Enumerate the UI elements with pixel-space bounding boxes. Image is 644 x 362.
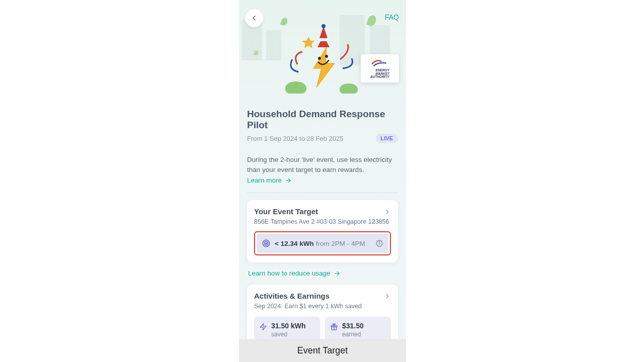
- event-target-title: Your Event Target: [254, 207, 318, 216]
- svg-marker-15: [260, 323, 266, 330]
- gift-icon: [330, 323, 338, 331]
- faq-link[interactable]: FAQ: [385, 13, 399, 21]
- reduce-usage-link[interactable]: Learn how to reduce usage: [248, 269, 341, 277]
- chevron-right-icon: [384, 208, 391, 215]
- hero-banner: FAQ: [239, 0, 406, 94]
- ema-logo-text: ENERGY MARKET AUTHORITY: [370, 69, 389, 79]
- target-value-text: < 12.34 kWh from 2PM - 4PM: [275, 240, 371, 247]
- lightning-icon: [259, 323, 267, 331]
- event-target-card[interactable]: Your Event Target 856E Tampines Ave 2 #0…: [247, 200, 398, 262]
- svg-point-13: [379, 242, 379, 242]
- activities-subtitle: Sep 2024: Earn $1 every 1 kWh saved: [254, 303, 391, 310]
- activities-title: Activities & Earnings: [254, 292, 330, 300]
- arrow-right-icon: [334, 270, 341, 277]
- back-button[interactable]: [245, 9, 263, 27]
- svg-point-5: [318, 57, 321, 60]
- ema-logo-badge: ENERGY MARKET AUTHORITY: [361, 54, 399, 82]
- svg-marker-0: [302, 37, 315, 48]
- bush-decoration: [285, 81, 306, 94]
- stat-earned-label: earned: [342, 331, 364, 338]
- bush-decoration: [340, 83, 358, 94]
- svg-point-4: [321, 24, 326, 28]
- arrow-right-icon: [285, 177, 292, 184]
- target-value-box: < 12.34 kWh from 2PM - 4PM: [257, 234, 388, 253]
- footer-caption: Event Target: [239, 339, 406, 362]
- learn-more-link[interactable]: Learn more: [247, 176, 292, 184]
- app-screen: FAQ: [239, 0, 406, 362]
- target-highlight-box: < 12.34 kWh from 2PM - 4PM: [254, 231, 391, 255]
- target-icon: [262, 239, 271, 248]
- address-text: 856E Tampines Ave 2 #03-03 Singapore 123…: [254, 218, 391, 225]
- live-badge: LIVE: [376, 134, 398, 143]
- chevron-right-icon: [384, 293, 391, 300]
- divider: [247, 193, 398, 193]
- ema-swoosh-icon: [371, 58, 389, 68]
- page-title: Household Demand Response Pilot: [247, 109, 398, 131]
- stat-earned-value: $31.50: [342, 322, 364, 330]
- main-content: Household Demand Response Pilot From 1 S…: [239, 94, 406, 350]
- chevron-left-icon: [250, 14, 258, 22]
- stat-saved-value: 31.50 kWh: [271, 322, 305, 330]
- svg-point-6: [325, 55, 328, 58]
- svg-point-10: [266, 243, 267, 244]
- info-icon[interactable]: [375, 239, 383, 247]
- date-range: From 1 Sep 2024 to 28 Feb 2025: [247, 135, 344, 142]
- description-text: During the 2-hour 'live' event, use less…: [247, 155, 398, 174]
- stat-saved-label: saved: [271, 331, 305, 338]
